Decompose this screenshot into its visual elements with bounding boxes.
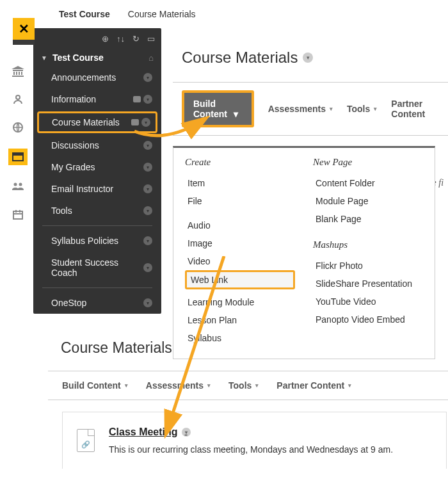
build-content-dropdown: Create Item File Audio Image Video Web L… bbox=[173, 146, 435, 359]
weblink-file-icon: 🔗 bbox=[77, 429, 95, 452]
profile-icon[interactable] bbox=[11, 92, 25, 106]
dropdown-heading-create: Create bbox=[185, 157, 295, 168]
dropdown-item-audio[interactable]: Audio bbox=[185, 216, 295, 234]
chevron-down-icon: ▾ bbox=[143, 236, 152, 245]
breadcrumb-course[interactable]: Test Course bbox=[59, 9, 110, 19]
dropdown-item-blank-page[interactable]: Blank Page bbox=[313, 210, 423, 228]
page-title-text: Course Materials bbox=[61, 339, 172, 357]
dropdown-item-content-folder[interactable]: Content Folder bbox=[313, 174, 423, 192]
sidebar-item-my-grades[interactable]: My Grades ▾ bbox=[33, 156, 161, 178]
groups-icon[interactable] bbox=[11, 179, 25, 193]
chevron-down-icon: ▾ bbox=[125, 382, 128, 389]
course-sidebar: ⊕ ↑↓ ↻ ▭ ▼ Test Course ⌂ Announcements ▾… bbox=[33, 28, 161, 314]
dropdown-item-learning-module[interactable]: Learning Module bbox=[185, 293, 295, 311]
action-bar: Build Content ▾ Assessments ▾ Tools ▾ Pa… bbox=[173, 82, 448, 136]
dropdown-item-file[interactable]: File bbox=[185, 192, 295, 210]
dropdown-item-module-page[interactable]: Module Page bbox=[313, 192, 423, 210]
chevron-down-icon: ▾ bbox=[255, 382, 259, 389]
assessments-button[interactable]: Assessments ▾ bbox=[268, 104, 333, 114]
institution-icon[interactable] bbox=[11, 64, 25, 78]
chevron-down-icon: ▾ bbox=[143, 184, 152, 193]
folder-icon[interactable]: ▭ bbox=[147, 34, 155, 44]
home-icon[interactable]: ⌂ bbox=[148, 53, 154, 63]
dropdown-item-flickr[interactable]: Flickr Photo bbox=[313, 257, 423, 275]
globe-icon[interactable] bbox=[11, 120, 25, 134]
breadcrumb-page[interactable]: Course Materials bbox=[128, 9, 196, 19]
svg-rect-6 bbox=[13, 211, 22, 219]
chevron-down-icon: ▾ bbox=[374, 106, 377, 112]
chevron-down-icon[interactable]: ▾ bbox=[182, 428, 191, 437]
close-button[interactable]: ✕ bbox=[13, 18, 35, 40]
breadcrumb: Test Course Course Materials bbox=[0, 0, 448, 28]
dropdown-item-youtube[interactable]: YouTube Video bbox=[313, 293, 423, 311]
build-content-button[interactable]: Build Content ▾ bbox=[182, 90, 254, 127]
reorder-icon[interactable]: ↑↓ bbox=[116, 34, 125, 44]
sidebar-item-label: Announcements bbox=[51, 72, 143, 83]
content-badge-icon bbox=[133, 96, 141, 102]
sidebar-item-onestop[interactable]: OneStop ▾ bbox=[33, 292, 161, 314]
partner-content-button[interactable]: Partner Content ▾ bbox=[276, 380, 351, 391]
svg-point-5 bbox=[19, 183, 22, 186]
calendar-icon[interactable] bbox=[11, 207, 25, 222]
button-label: Assessments bbox=[268, 104, 326, 114]
sidebar-item-student-success[interactable]: Student Success Coach ▾ bbox=[33, 252, 161, 284]
page-title: Course Materials ▾ bbox=[182, 49, 448, 67]
sidebar-item-label: My Grades bbox=[51, 162, 143, 172]
button-label: Assessments bbox=[146, 380, 204, 391]
chevron-down-icon[interactable]: ▾ bbox=[303, 53, 313, 63]
chevron-down-icon: ▾ bbox=[143, 73, 152, 82]
button-label: Tools bbox=[228, 380, 252, 391]
content-item-title[interactable]: Class Meeting ▾ bbox=[109, 426, 191, 438]
sidebar-item-label: Discussions bbox=[51, 140, 143, 150]
svg-point-0 bbox=[16, 95, 20, 99]
sidebar-item-discussions[interactable]: Discussions ▾ bbox=[33, 134, 161, 156]
chevron-down-icon: ▾ bbox=[143, 163, 152, 172]
dropdown-item-slideshare[interactable]: SlideShare Presentation bbox=[313, 275, 423, 293]
content-item-card: 🔗 Class Meeting ▾ This is our recurring … bbox=[62, 412, 447, 469]
add-icon[interactable]: ⊕ bbox=[102, 34, 109, 44]
button-label: Partner Content bbox=[276, 380, 344, 391]
dropdown-item-item[interactable]: Item bbox=[185, 174, 295, 192]
assessments-button[interactable]: Assessments ▾ bbox=[146, 380, 211, 391]
chevron-down-icon: ▾ bbox=[207, 382, 211, 389]
tools-button[interactable]: Tools ▾ bbox=[228, 380, 259, 391]
chevron-down-icon: ▾ bbox=[143, 141, 152, 150]
dropdown-item-syllabus[interactable]: Syllabus bbox=[185, 329, 295, 347]
dropdown-item-video[interactable]: Video bbox=[185, 252, 295, 270]
sidebar-item-syllabus-policies[interactable]: Syllabus Policies ▾ bbox=[33, 230, 161, 252]
dropdown-item-panopto[interactable]: Panopto Video Embed bbox=[313, 311, 423, 328]
button-label: Build Content bbox=[193, 99, 227, 119]
action-bar: Build Content ▾ Assessments ▾ Tools ▾ Pa… bbox=[48, 371, 448, 400]
dropdown-heading-newpage: New Page bbox=[313, 157, 423, 168]
dropdown-item-image[interactable]: Image bbox=[185, 234, 295, 252]
tools-button[interactable]: Tools ▾ bbox=[347, 104, 377, 114]
active-nav-icon[interactable] bbox=[8, 149, 28, 165]
sidebar-item-announcements[interactable]: Announcements ▾ bbox=[33, 67, 161, 88]
content-item-description: This is our recurring class meeting, Mon… bbox=[109, 444, 432, 455]
sidebar-item-email-instructor[interactable]: Email Instructor ▾ bbox=[33, 178, 161, 200]
content-badge-icon bbox=[131, 119, 139, 125]
dropdown-heading-mashups: Mashups bbox=[313, 239, 423, 250]
main-content: Course Materials ▾ Build Content ▾ Asses… bbox=[173, 38, 448, 320]
link-icon: 🔗 bbox=[81, 440, 90, 449]
partner-content-button[interactable]: Partner Content bbox=[391, 99, 439, 119]
sidebar-title[interactable]: ▼ Test Course ⌂ bbox=[33, 49, 161, 67]
refresh-icon[interactable]: ↻ bbox=[132, 34, 140, 44]
build-content-button[interactable]: Build Content ▾ bbox=[62, 380, 128, 391]
close-tab-decoration bbox=[13, 40, 35, 45]
divider bbox=[42, 225, 152, 226]
chevron-down-icon: ▾ bbox=[234, 109, 238, 119]
chevron-down-icon: ▾ bbox=[141, 118, 150, 127]
sidebar-item-label: Syllabus Policies bbox=[51, 236, 143, 246]
content-title-text: Class Meeting bbox=[109, 426, 178, 438]
chevron-down-icon: ▾ bbox=[330, 106, 333, 112]
sidebar-toolbar: ⊕ ↑↓ ↻ ▭ bbox=[33, 28, 161, 49]
chevron-down-icon: ▾ bbox=[143, 206, 152, 215]
sidebar-item-tools[interactable]: Tools ▾ bbox=[33, 200, 161, 222]
sidebar-item-course-materials[interactable]: Course Materials ▾ bbox=[37, 111, 157, 133]
sidebar-item-label: Tools bbox=[51, 206, 143, 216]
sidebar-item-label: Course Materials bbox=[52, 117, 127, 127]
dropdown-item-web-link[interactable]: Web Link bbox=[185, 270, 295, 289]
dropdown-item-lesson-plan[interactable]: Lesson Plan bbox=[185, 311, 295, 329]
sidebar-item-information[interactable]: Information ▾ bbox=[33, 88, 161, 110]
